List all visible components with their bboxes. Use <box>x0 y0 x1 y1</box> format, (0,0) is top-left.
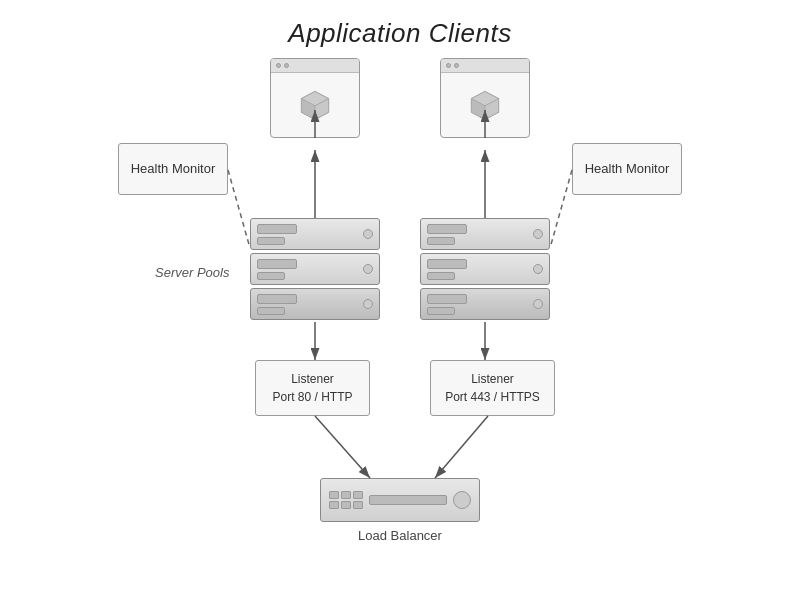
svg-line-14 <box>228 170 250 248</box>
browser-dot-left-2 <box>284 63 289 68</box>
browser-dot-left-1 <box>276 63 281 68</box>
listener-left-text: Listener Port 80 / HTTP <box>272 370 352 406</box>
cube-icon-left <box>297 87 333 123</box>
lb-btn-4 <box>329 501 339 509</box>
lb-btn-3 <box>353 491 363 499</box>
server-pools-label: Server Pools <box>155 265 229 280</box>
load-balancer <box>320 478 480 522</box>
browser-window-right <box>440 58 530 138</box>
browser-body-right <box>441 73 529 137</box>
server-unit-left-3 <box>250 288 380 320</box>
server-drive-l3-2 <box>257 307 285 315</box>
server-dot-l2 <box>363 264 373 274</box>
lb-btn-1 <box>329 491 339 499</box>
server-drive-r1-2 <box>427 237 455 245</box>
lb-bar <box>369 495 447 505</box>
browser-bar-left <box>271 59 359 73</box>
load-balancer-label: Load Balancer <box>320 528 480 543</box>
server-unit-right-1 <box>420 218 550 250</box>
cube-icon-right <box>467 87 503 123</box>
server-unit-left-2 <box>250 253 380 285</box>
server-drive-r1-1 <box>427 224 467 234</box>
lb-circle <box>453 491 471 509</box>
server-unit-left-1 <box>250 218 380 250</box>
browser-bar-right <box>441 59 529 73</box>
browser-dot-right-2 <box>454 63 459 68</box>
lb-btn-5 <box>341 501 351 509</box>
server-stack-left <box>250 218 380 323</box>
server-unit-right-2 <box>420 253 550 285</box>
svg-line-15 <box>550 170 572 248</box>
server-dot-l1 <box>363 229 373 239</box>
diagram-canvas: Application Clients <box>0 0 800 600</box>
browser-body-left <box>271 73 359 137</box>
server-dot-r1 <box>533 229 543 239</box>
server-drive-r3-1 <box>427 294 467 304</box>
page-title: Application Clients <box>0 18 800 49</box>
lb-btn-6 <box>353 501 363 509</box>
server-drive-l2-2 <box>257 272 285 280</box>
browser-dot-right-1 <box>446 63 451 68</box>
lb-buttons <box>329 491 363 509</box>
lb-btn-2 <box>341 491 351 499</box>
server-stack-right <box>420 218 550 323</box>
server-drive-l1-2 <box>257 237 285 245</box>
server-drive-r2-1 <box>427 259 467 269</box>
svg-line-18 <box>315 416 370 478</box>
server-drive-r3-2 <box>427 307 455 315</box>
server-drive-r2-2 <box>427 272 455 280</box>
server-drive-l1-1 <box>257 224 297 234</box>
server-unit-right-3 <box>420 288 550 320</box>
health-monitor-right: Health Monitor <box>572 143 682 195</box>
server-dot-r2 <box>533 264 543 274</box>
server-dot-r3 <box>533 299 543 309</box>
listener-right-text: Listener Port 443 / HTTPS <box>445 370 540 406</box>
browser-window-left <box>270 58 360 138</box>
health-monitor-left: Health Monitor <box>118 143 228 195</box>
listener-right: Listener Port 443 / HTTPS <box>430 360 555 416</box>
listener-left: Listener Port 80 / HTTP <box>255 360 370 416</box>
server-dot-l3 <box>363 299 373 309</box>
server-drive-l3-1 <box>257 294 297 304</box>
server-drive-l2-1 <box>257 259 297 269</box>
svg-line-19 <box>435 416 488 478</box>
